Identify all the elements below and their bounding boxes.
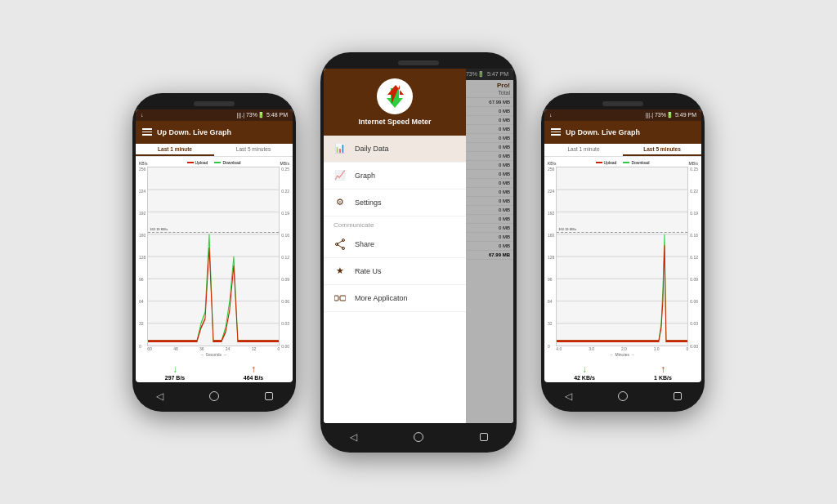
middle-drawer-logo bbox=[377, 78, 413, 114]
app-logo-svg bbox=[380, 82, 410, 111]
communicate-section: Communicate bbox=[324, 216, 466, 231]
right-graph-container: KB/s Upload Download MB/s bbox=[544, 157, 701, 360]
right-app-title: Up Down. Live Graph bbox=[566, 128, 695, 136]
settings-icon: ⚙ bbox=[333, 196, 347, 209]
left-graph-legend: Upload Download bbox=[187, 160, 241, 165]
graph-label: Graph bbox=[355, 172, 375, 180]
right-nav-back[interactable]: ◁ bbox=[561, 389, 575, 404]
right-app-bar: Up Down. Live Graph bbox=[544, 121, 701, 144]
middle-nav-recent[interactable] bbox=[477, 430, 491, 444]
middle-drawer-rate[interactable]: ★ Rate Us bbox=[324, 258, 466, 285]
right-legend-upload: Upload bbox=[596, 160, 617, 165]
daily-data-icon: 📊 bbox=[333, 142, 347, 155]
left-x-axis: 60 48 36 24 12 0 bbox=[147, 346, 280, 351]
middle-drawer-settings[interactable]: ⚙ Settings bbox=[324, 190, 466, 216]
left-nav-home[interactable] bbox=[207, 389, 222, 404]
left-status-bar: ↓ |||.| 73%🔋 5:48 PM bbox=[136, 109, 293, 121]
right-graph-legend: Upload Download bbox=[596, 160, 650, 165]
right-legend-download: Download bbox=[623, 160, 649, 165]
settings-label: Settings bbox=[355, 198, 382, 207]
middle-drawer-header: Internet Speed Meter bbox=[324, 69, 466, 136]
middle-nav-back[interactable]: ◁ bbox=[346, 430, 360, 444]
right-status-bar: ↓ |||.| 73%🔋 5:49 PM bbox=[544, 109, 701, 121]
left-speed-row: ↓ 297 B/s ↑ 464 B/s bbox=[136, 360, 293, 382]
left-app-title: Up Down. Live Graph bbox=[157, 128, 286, 136]
left-unit-right: MB/s bbox=[280, 161, 289, 166]
rate-label: Rate Us bbox=[355, 267, 382, 275]
left-download-dot bbox=[214, 162, 221, 163]
svg-line-12 bbox=[337, 240, 343, 244]
left-signal: |||.| 73%🔋 bbox=[237, 112, 265, 118]
left-nav-back[interactable]: ◁ bbox=[152, 389, 167, 404]
left-chart-svg bbox=[148, 167, 279, 346]
more-apps-icon bbox=[333, 292, 347, 305]
middle-drawer-overlay: Internet Speed Meter 📊 Daily Data 📈 Grap… bbox=[324, 69, 513, 423]
left-tab-5min[interactable]: Last 5 minutes bbox=[214, 144, 293, 156]
left-chart-area: 162.19 KB/s bbox=[147, 167, 280, 346]
middle-phone-bottom: ◁ bbox=[320, 423, 517, 453]
middle-drawer-share[interactable]: Share bbox=[324, 231, 466, 258]
right-up-arrow: ↑ bbox=[660, 364, 665, 375]
left-phone: ↓ |||.| 73%🔋 5:48 PM Up Down. Live Graph… bbox=[132, 93, 296, 412]
right-time: 5:49 PM bbox=[675, 112, 696, 118]
middle-phone-speaker bbox=[398, 60, 439, 65]
middle-drawer-more[interactable]: More Applicaton bbox=[324, 285, 466, 312]
daily-data-label: Daily Data bbox=[355, 145, 389, 153]
right-download-dot bbox=[623, 162, 629, 163]
right-graph-wrap: 256 224 192 160 128 96 64 32 0 162.19 KB bbox=[548, 167, 698, 357]
left-app-bar: Up Down. Live Graph bbox=[136, 121, 293, 144]
middle-drawer-bg-overlay[interactable] bbox=[466, 69, 513, 423]
rate-icon: ★ bbox=[333, 265, 347, 278]
left-phone-bottom: ◁ bbox=[132, 382, 296, 412]
middle-phone: |||.| 73%🔋 5:47 PM Pro! Total 67.99 MB 0… bbox=[320, 52, 517, 453]
left-legend-download: Download bbox=[214, 160, 240, 165]
right-tab-bar: Last 1 minute Last 5 minutes bbox=[544, 144, 701, 157]
right-status-icons: |||.| 73%🔋 5:49 PM bbox=[646, 112, 696, 118]
left-tab-bar: Last 1 minute Last 5 minutes bbox=[136, 144, 293, 157]
left-graph-wrap: 256 224 192 160 128 96 64 32 0 bbox=[139, 167, 289, 357]
left-up-arrow: ↑ bbox=[251, 364, 256, 375]
more-apps-label: More Applicaton bbox=[355, 294, 408, 302]
right-speed-down: ↓ 42 KB/s bbox=[574, 364, 595, 381]
svg-rect-15 bbox=[340, 296, 346, 301]
right-phone: ↓ |||.| 73%🔋 5:49 PM Up Down. Live Graph… bbox=[541, 93, 705, 412]
left-hamburger-icon[interactable] bbox=[142, 128, 152, 136]
right-unit-right: MB/s bbox=[689, 161, 698, 166]
right-speed-up: ↑ 1 KB/s bbox=[654, 364, 672, 381]
middle-drawer-app-name: Internet Speed Meter bbox=[358, 118, 431, 126]
right-down-arrow: ↓ bbox=[582, 364, 587, 375]
right-nav-recent[interactable] bbox=[670, 389, 685, 404]
svg-line-13 bbox=[337, 244, 343, 248]
share-label: Share bbox=[355, 240, 374, 248]
middle-drawer-graph[interactable]: 📈 Graph bbox=[324, 163, 466, 190]
right-tab-1min[interactable]: Last 1 minute bbox=[544, 144, 623, 156]
left-tab-1min[interactable]: Last 1 minute bbox=[136, 144, 214, 156]
left-nav-recent[interactable] bbox=[262, 389, 276, 404]
right-status-icon: ↓ bbox=[549, 112, 553, 118]
left-speed-up: ↑ 464 B/s bbox=[244, 364, 264, 381]
right-tab-5min[interactable]: Last 5 minutes bbox=[623, 144, 701, 156]
left-upload-dot bbox=[187, 162, 194, 163]
right-nav-home[interactable] bbox=[615, 389, 630, 404]
left-y-axis: 256 224 192 160 128 96 64 32 0 bbox=[139, 167, 147, 357]
graph-icon: 📈 bbox=[333, 169, 347, 182]
left-phone-screen: ↓ |||.| 73%🔋 5:48 PM Up Down. Live Graph… bbox=[136, 109, 293, 382]
left-status-icons: |||.| 73%🔋 5:48 PM bbox=[237, 112, 288, 118]
right-phone-speaker bbox=[602, 101, 643, 106]
middle-drawer-daily[interactable]: 📊 Daily Data bbox=[324, 136, 466, 163]
left-status-icon: ↓ bbox=[141, 112, 144, 118]
right-hamburger-icon[interactable] bbox=[551, 128, 561, 136]
right-phone-bottom: ◁ bbox=[541, 382, 705, 412]
right-y-axis-right: 0.25 0.22 0.19 0.16 0.12 0.09 0.06 0.03 … bbox=[688, 167, 698, 357]
right-x-axis: 4.0 3.0 2.0 1.0 0 bbox=[556, 346, 688, 351]
right-y-axis: 256 224 192 160 128 96 64 32 0 bbox=[548, 167, 556, 357]
right-axis-label: ← Minutes → bbox=[556, 352, 688, 357]
left-legend-upload: Upload bbox=[187, 160, 208, 165]
right-chart-area: 162.19 KB/s bbox=[556, 167, 688, 346]
left-unit-left: KB/s bbox=[139, 161, 148, 166]
middle-phone-screen: |||.| 73%🔋 5:47 PM Pro! Total 67.99 MB 0… bbox=[324, 69, 513, 423]
middle-nav-home[interactable] bbox=[411, 430, 426, 444]
left-down-arrow: ↓ bbox=[172, 364, 177, 375]
right-phone-screen: ↓ |||.| 73%🔋 5:49 PM Up Down. Live Graph… bbox=[544, 109, 701, 382]
right-unit-left: KB/s bbox=[548, 161, 557, 166]
